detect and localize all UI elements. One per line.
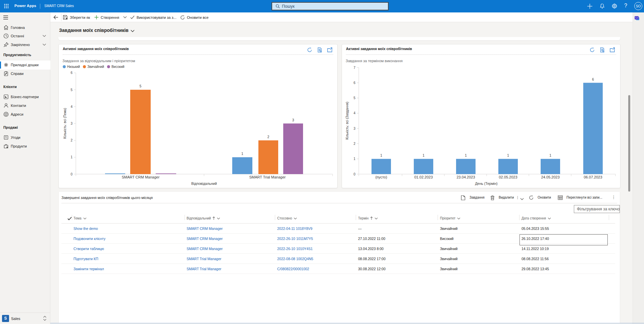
- svg-text:1: 1: [353, 157, 355, 161]
- svg-text:7: 7: [353, 66, 355, 70]
- svg-text:Кількість: всі (Тема): Кількість: всі (Тема): [63, 108, 67, 138]
- svg-text:06.07.2023: 06.07.2023: [584, 175, 602, 179]
- svg-text:2: 2: [267, 135, 269, 139]
- svg-text:1: 1: [507, 154, 509, 157]
- svg-text:Відповідальний: Відповідальний: [191, 181, 217, 186]
- svg-text:6: 6: [592, 78, 594, 81]
- svg-text:1: 1: [423, 154, 425, 157]
- svg-text:(пусто): (пусто): [375, 175, 387, 179]
- svg-text:3: 3: [70, 122, 72, 125]
- svg-text:3: 3: [353, 127, 355, 130]
- svg-text:5: 5: [70, 88, 72, 92]
- svg-text:2: 2: [353, 142, 355, 146]
- svg-text:SMART Trial Manager: SMART Trial Manager: [249, 175, 286, 179]
- svg-text:4: 4: [353, 111, 355, 115]
- svg-text:1: 1: [380, 154, 382, 157]
- svg-text:1: 1: [70, 155, 72, 159]
- svg-text:1: 1: [241, 152, 243, 156]
- svg-text:0: 0: [353, 172, 355, 176]
- svg-text:6: 6: [353, 81, 355, 85]
- svg-text:02.05.2023: 02.05.2023: [499, 175, 517, 179]
- svg-text:5: 5: [140, 84, 142, 88]
- svg-text:01.02.2023: 01.02.2023: [414, 175, 433, 179]
- svg-text:1: 1: [465, 154, 467, 157]
- svg-text:24.05.2023: 24.05.2023: [541, 175, 559, 179]
- svg-text:4: 4: [70, 105, 72, 109]
- svg-text:5: 5: [353, 96, 355, 100]
- svg-text:3: 3: [292, 118, 294, 122]
- svg-text:2: 2: [70, 138, 72, 142]
- svg-text:SMART CRM Manager: SMART CRM Manager: [122, 175, 160, 179]
- svg-text:0: 0: [70, 172, 72, 176]
- svg-text:23.04.2023: 23.04.2023: [456, 175, 475, 179]
- svg-text:1: 1: [549, 154, 551, 157]
- svg-text:День (Термін): День (Термін): [475, 181, 498, 186]
- svg-text:Кількість: всі (Завдання): Кількість: всі (Завдання): [345, 102, 349, 140]
- svg-text:6: 6: [70, 71, 72, 75]
